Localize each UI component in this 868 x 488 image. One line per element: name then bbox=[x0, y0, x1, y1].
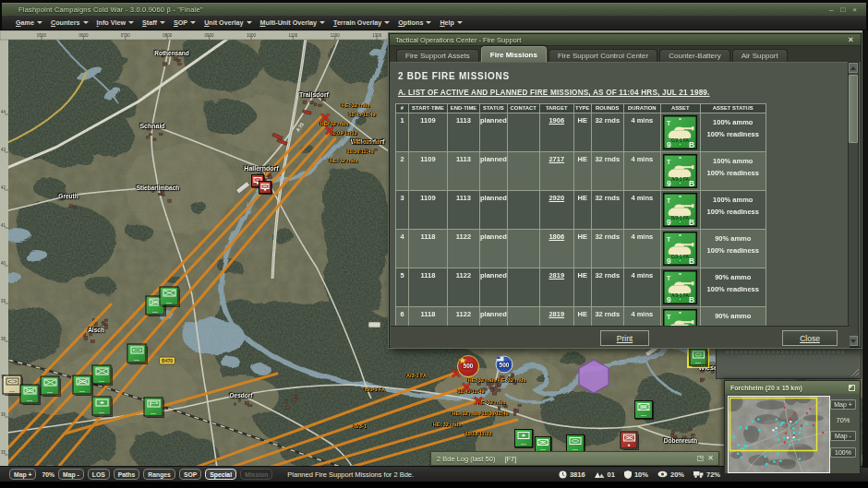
toolbar-ranges[interactable]: Ranges bbox=[143, 469, 175, 480]
cell-asset[interactable]: TC/2-1 FA9B bbox=[660, 230, 700, 268]
asset-counter[interactable]: TC/2-1 FA9B bbox=[663, 232, 697, 266]
restore-icon[interactable]: ◳ bbox=[697, 455, 705, 462]
asset-counter[interactable]: TA/3-1 FA9B bbox=[663, 154, 697, 188]
chevron-down-icon bbox=[457, 21, 463, 24]
menu-options[interactable]: Options bbox=[395, 17, 434, 29]
menu-info-view[interactable]: Info View bbox=[94, 17, 137, 29]
target-link[interactable]: 2819 bbox=[549, 310, 564, 318]
stat-value: 10% bbox=[634, 470, 648, 479]
dialog-titlebar[interactable]: Tactical Operations Center - Fire Suppor… bbox=[390, 34, 861, 46]
cell-asset[interactable]: TA/3-1 FA9B bbox=[660, 152, 700, 191]
toolbar-mission[interactable]: Mission bbox=[240, 469, 272, 480]
toolbar-map-+[interactable]: Map + bbox=[9, 469, 36, 480]
print-button[interactable]: Print bbox=[600, 330, 649, 346]
collapse-icon[interactable] bbox=[849, 385, 855, 391]
cell-type: HE bbox=[573, 152, 591, 191]
asset-counter[interactable]: TB/3-1 FA9B bbox=[663, 309, 697, 326]
close-icon[interactable]: ✕ bbox=[707, 455, 714, 462]
cell-asset[interactable]: TB/3-1 FA9B bbox=[660, 191, 700, 230]
minimap-header[interactable]: Forchheim (20 x 15 km) bbox=[725, 381, 860, 394]
close-button[interactable]: Close bbox=[782, 330, 838, 346]
cell-target[interactable]: 1906 bbox=[539, 113, 573, 152]
window-controls: – □ × bbox=[829, 6, 866, 14]
menu-staff[interactable]: Staff bbox=[139, 17, 168, 29]
svg-text:44: 44 bbox=[1, 110, 6, 114]
dialog-scrollbar[interactable] bbox=[848, 62, 859, 347]
tab-fire-support-assets[interactable]: Fire Support Assets bbox=[396, 49, 479, 62]
svg-text:T: T bbox=[667, 159, 671, 165]
target-link[interactable]: 2717 bbox=[549, 155, 564, 163]
svg-text:1300: 1300 bbox=[372, 33, 382, 38]
cell-target[interactable]: 2920 bbox=[539, 191, 573, 230]
cell-duration: 4 mins bbox=[623, 191, 660, 230]
tab-fire-support-control-center[interactable]: Fire Support Control Center bbox=[549, 49, 657, 62]
svg-text:9: 9 bbox=[667, 140, 671, 149]
menu-help[interactable]: Help bbox=[437, 17, 465, 29]
cell-asset[interactable]: TC/2-1 FA9B bbox=[660, 113, 700, 152]
target-link[interactable]: 2819 bbox=[549, 271, 564, 280]
log-bar[interactable]: 2 Bde Log (last 50) [F7] ◳ ✕ bbox=[430, 451, 719, 466]
menu-counters[interactable]: Counters bbox=[48, 17, 91, 29]
toolbar-map--[interactable]: Map - bbox=[58, 469, 84, 480]
menu-multi-unit-overlay[interactable]: Multi-Unit Overlay bbox=[258, 17, 329, 29]
cell-target[interactable]: 2717 bbox=[539, 152, 573, 191]
dialog-close-icon[interactable]: × bbox=[849, 36, 853, 44]
target-link[interactable]: 1906 bbox=[549, 116, 564, 125]
chevron-down-icon bbox=[426, 21, 431, 24]
target-link[interactable]: 2920 bbox=[549, 194, 564, 202]
col-header: # bbox=[396, 104, 409, 113]
cell-status2: 90% ammo100% readiness bbox=[700, 268, 766, 307]
target-link[interactable]: 1806 bbox=[549, 232, 564, 241]
cell-rounds: 32 rnds bbox=[591, 191, 623, 230]
cell-start: 1118 bbox=[409, 230, 448, 268]
asset-counter[interactable]: TC/2-1 FA9B bbox=[663, 115, 697, 149]
svg-text:C/2-1 FA: C/2-1 FA bbox=[671, 138, 690, 143]
minimap-zoom-in-button[interactable]: Map + bbox=[830, 399, 856, 410]
menu-game[interactable]: Game bbox=[13, 17, 45, 29]
cell-target[interactable]: 2819 bbox=[539, 268, 573, 307]
stat-value: 3816 bbox=[570, 470, 585, 479]
tab-fire-missions[interactable]: Fire Missions bbox=[481, 46, 547, 62]
menu-unit-overlay[interactable]: Unit Overlay bbox=[201, 17, 254, 29]
cell-target[interactable]: 2819 bbox=[539, 307, 573, 327]
toolbar-los[interactable]: LOS bbox=[88, 469, 110, 480]
shield-icon bbox=[624, 470, 632, 479]
cell-asset[interactable]: TB/3-1 FA9B bbox=[660, 307, 700, 327]
svg-text:9: 9 bbox=[667, 218, 671, 227]
tab-counter-battery[interactable]: Counter-Battery bbox=[659, 49, 729, 62]
stat-value: 72% bbox=[706, 470, 720, 479]
menu-terrain-overlay[interactable]: Terrain Overlay bbox=[331, 17, 392, 29]
stat-truck: 72% bbox=[693, 470, 720, 479]
toolbar-paths[interactable]: Paths bbox=[114, 469, 140, 480]
fire-missions-table: #START-TIMEEND-TIMESTATUSCONTACTTARGETTY… bbox=[395, 103, 766, 326]
tab-air-support[interactable]: Air Support bbox=[732, 49, 788, 62]
minimap-reset-button[interactable]: 100% bbox=[830, 447, 856, 458]
svg-text:0700: 0700 bbox=[121, 33, 131, 38]
bottom-black-band bbox=[0, 482, 868, 488]
menubar: GameCountersInfo ViewStaffSOPUnit Overla… bbox=[2, 16, 866, 30]
fire-support-dialog: Tactical Operations Center - Fire Suppor… bbox=[389, 33, 862, 348]
cell-target[interactable]: 1806 bbox=[539, 230, 573, 268]
window-title: Flashpoint Campaigns Cold War - 3.0.0.90… bbox=[2, 6, 203, 14]
menu-sop[interactable]: SOP bbox=[171, 17, 199, 29]
cell-end: 1122 bbox=[448, 307, 480, 327]
minimize-icon[interactable]: – bbox=[829, 6, 833, 14]
asset-counter[interactable]: TB/3-1 FA9B bbox=[663, 193, 697, 227]
cell-start: 1118 bbox=[409, 268, 448, 307]
asset-counter[interactable]: TA/3-1 FA9B bbox=[663, 270, 697, 304]
cell-status: planned bbox=[480, 268, 508, 307]
toolbar-special[interactable]: Special bbox=[205, 469, 236, 480]
svg-text:38: 38 bbox=[1, 337, 6, 341]
minimap-map[interactable] bbox=[728, 396, 830, 473]
close-icon[interactable]: × bbox=[852, 6, 857, 14]
mission-row: 111091113planned1906HE32 rnds4 minsTC/2-… bbox=[396, 113, 766, 152]
toolbar-sop[interactable]: SOP bbox=[179, 469, 201, 480]
mountains-icon bbox=[595, 470, 605, 478]
resize-grip-icon[interactable] bbox=[851, 369, 859, 376]
minimap-zoom-out-button[interactable]: Map - bbox=[830, 431, 856, 441]
scroll-down-icon[interactable] bbox=[849, 336, 858, 346]
maximize-icon[interactable]: □ bbox=[840, 6, 845, 14]
scroll-up-icon[interactable] bbox=[849, 63, 858, 73]
cell-asset[interactable]: TA/3-1 FA9B bbox=[660, 268, 700, 307]
scrollbar-thumb[interactable] bbox=[849, 75, 858, 143]
